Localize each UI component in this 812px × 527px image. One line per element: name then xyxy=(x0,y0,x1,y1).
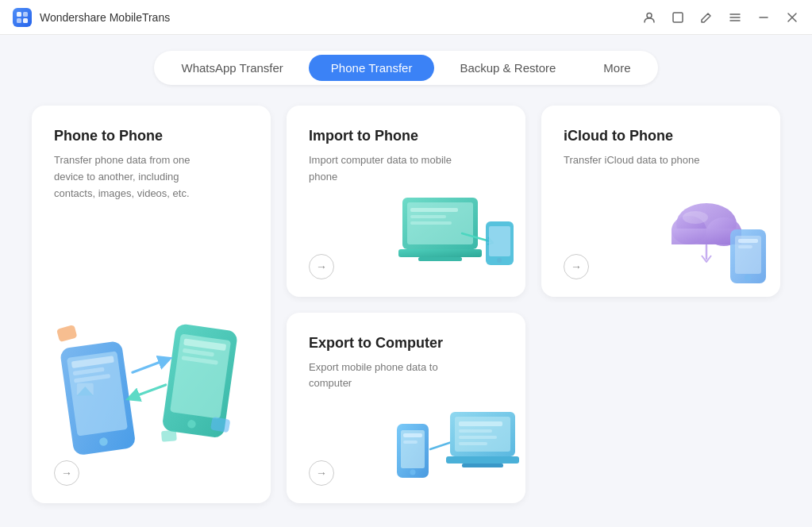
svg-rect-30 xyxy=(410,208,458,212)
svg-rect-18 xyxy=(56,325,78,342)
svg-rect-2 xyxy=(17,18,21,23)
svg-rect-26 xyxy=(418,257,462,261)
svg-point-40 xyxy=(745,275,751,281)
svg-rect-51 xyxy=(462,464,503,467)
svg-rect-46 xyxy=(403,433,422,437)
svg-point-4 xyxy=(647,13,652,17)
close-button[interactable] xyxy=(785,10,799,25)
svg-rect-0 xyxy=(17,12,21,17)
tab-more[interactable]: More xyxy=(581,55,652,81)
card-icloud-arrow[interactable]: → xyxy=(564,254,589,279)
titlebar-left: Wondershare MobileTrans xyxy=(13,8,170,27)
card-export-title: Export to Computer xyxy=(309,335,503,352)
card-icloud-to-phone[interactable]: iCloud to Phone Transfer iCloud data to … xyxy=(541,106,780,297)
app-icon xyxy=(13,8,32,27)
svg-rect-54 xyxy=(459,436,497,439)
main-content: WhatsApp Transfer Phone Transfer Backup … xyxy=(0,35,812,527)
card-phone-to-phone-arrow[interactable]: → xyxy=(54,460,79,486)
svg-rect-31 xyxy=(410,215,446,218)
tab-phone[interactable]: Phone Transfer xyxy=(309,55,435,81)
card-icloud-desc: Transfer iCloud data to phone xyxy=(564,152,706,169)
svg-rect-42 xyxy=(738,245,752,248)
card-export-desc: Export mobile phone data to computer xyxy=(309,360,452,393)
card-import-title: Import to Phone xyxy=(309,128,503,144)
card-phone-to-phone[interactable]: Phone to Phone Transfer phone data from … xyxy=(32,106,271,503)
titlebar: Wondershare MobileTrans xyxy=(0,0,812,35)
import-illustration xyxy=(394,194,521,289)
svg-rect-32 xyxy=(410,221,452,225)
svg-rect-1 xyxy=(23,12,28,17)
icloud-illustration xyxy=(649,194,776,289)
svg-point-29 xyxy=(497,258,502,263)
svg-rect-25 xyxy=(398,249,482,257)
card-import-arrow[interactable]: → xyxy=(309,254,334,279)
svg-rect-53 xyxy=(459,429,492,433)
card-export-to-computer[interactable]: Export to Computer Export mobile phone d… xyxy=(287,313,525,504)
edit-button[interactable] xyxy=(699,10,714,25)
card-import-to-phone[interactable]: Import to Phone Import computer data to … xyxy=(287,106,525,297)
nav-tabs: WhatsApp Transfer Phone Transfer Backup … xyxy=(154,51,657,85)
minimize-button[interactable] xyxy=(756,10,771,25)
window-button[interactable] xyxy=(671,10,685,25)
svg-rect-47 xyxy=(403,440,418,444)
app-name: Wondershare MobileTrans xyxy=(40,11,170,24)
svg-rect-41 xyxy=(738,239,758,243)
card-phone-to-phone-desc: Transfer phone data from one device to a… xyxy=(54,152,197,202)
svg-point-45 xyxy=(410,470,416,475)
titlebar-controls xyxy=(642,10,799,25)
tab-backup[interactable]: Backup & Restore xyxy=(437,55,578,81)
card-import-desc: Import computer data to mobile phone xyxy=(309,152,452,186)
svg-rect-3 xyxy=(23,18,28,23)
svg-rect-20 xyxy=(161,430,177,442)
card-export-arrow[interactable]: → xyxy=(309,460,334,486)
menu-button[interactable] xyxy=(728,10,742,25)
phone-to-phone-illustration xyxy=(44,277,263,460)
card-icloud-title: iCloud to Phone xyxy=(564,128,758,144)
svg-rect-52 xyxy=(459,421,502,426)
export-illustration xyxy=(391,400,521,495)
card-phone-to-phone-title: Phone to Phone xyxy=(54,128,248,144)
nav-bar: WhatsApp Transfer Phone Transfer Backup … xyxy=(0,35,812,98)
profile-button[interactable] xyxy=(642,10,656,25)
tab-whatsapp[interactable]: WhatsApp Transfer xyxy=(159,55,305,81)
svg-point-37 xyxy=(683,211,708,224)
svg-rect-28 xyxy=(489,226,510,256)
svg-rect-5 xyxy=(673,13,683,22)
svg-rect-55 xyxy=(459,442,487,445)
svg-rect-50 xyxy=(446,456,519,464)
cards-container: Phone to Phone Transfer phone data from … xyxy=(0,98,812,527)
